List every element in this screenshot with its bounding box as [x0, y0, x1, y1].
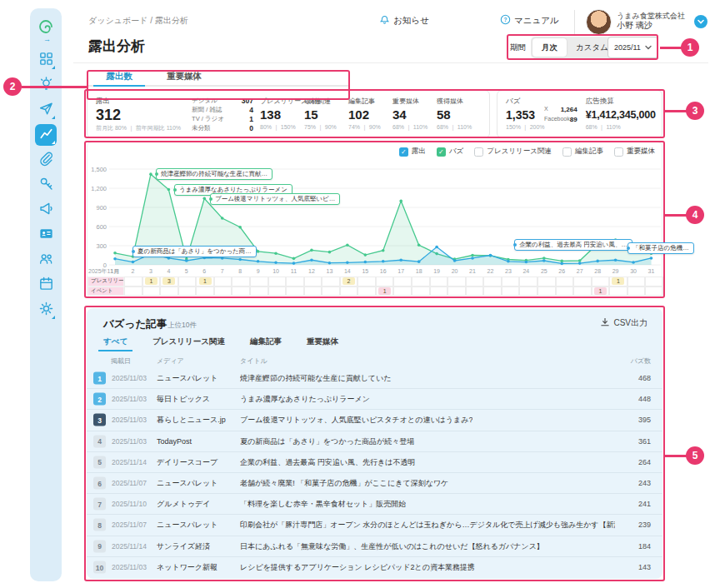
svg-text:4: 4 [167, 268, 170, 274]
svg-text:1,500: 1,500 [91, 166, 107, 173]
event-grid-cell [304, 287, 322, 296]
breakdown-row: TV / ラジオ1 [192, 115, 253, 123]
article-row[interactable]: 62025/11/07ニュースパレット老舗が続々廃業! 「和菓子店の危機」がここ… [87, 473, 662, 494]
event-count-badge: 1 [378, 287, 391, 295]
article-row[interactable]: 32025/11/03暮らしとニュース.jpブーム後退マリトッツォ、人気底堅いピ… [87, 410, 662, 431]
article-title: 日本にあふれる「無意味な労働」、生産性が低いのはこれのせいだ【怒れるガバナンス】 [240, 541, 544, 551]
sidebar-item-calendar[interactable] [35, 274, 57, 296]
svg-text:3: 3 [149, 268, 152, 274]
bulb-icon [38, 76, 54, 95]
buzz-tab-0[interactable]: すべて [103, 336, 128, 351]
sidebar-item-grid[interactable] [35, 49, 57, 71]
event-grid-cell [502, 287, 520, 296]
account-menu-chevron-icon[interactable] [694, 15, 708, 28]
column-header: バズ数 [631, 356, 651, 366]
legend-item[interactable]: ✓露出 [399, 147, 426, 157]
svg-text:28: 28 [594, 268, 601, 274]
month-select[interactable]: 2025/11 [608, 37, 658, 58]
legend-item[interactable]: プレスリリース関連 [474, 147, 552, 157]
article-date: 2025/11/03 [112, 395, 147, 403]
article-row[interactable]: 92025/11/14サンライズ経済日本にあふれる「無意味な労働」、生産性が低い… [87, 536, 662, 557]
sidebar-item-megaphone[interactable] [35, 199, 57, 221]
annotation-marker-1: 1 [681, 38, 699, 57]
legend-item[interactable]: 編集記事 [562, 147, 603, 157]
sidebar-item-paperclip[interactable] [35, 149, 57, 171]
line-chart-icon [38, 126, 54, 145]
legend-item[interactable]: 重要媒体 [614, 147, 655, 157]
annotation-line-4 [665, 214, 687, 217]
app-logo-swirl-icon[interactable] [38, 18, 54, 35]
user-avatar[interactable] [586, 9, 612, 35]
article-media: サンライズ経済 [157, 541, 210, 551]
question-circle-icon: ? [500, 14, 511, 27]
sidebar-item-people[interactable] [35, 249, 57, 271]
event-grid-cell [286, 287, 304, 296]
event-grid-cell [412, 277, 430, 287]
legend-item[interactable]: ✓バズ [437, 147, 463, 157]
buzz-tab-3[interactable]: 重要媒体 [307, 336, 338, 351]
article-row[interactable]: 22025/11/03毎日トピックスうまみ濃厚なあさりたっぷりラーメン448 [87, 389, 662, 410]
manual-button[interactable]: ? マニュアル [500, 14, 559, 27]
period-segment-control: 月次 カスタム [531, 37, 619, 58]
event-grid-cell [573, 277, 592, 287]
user-info: うまみ食堂株式会社 小野 璃沙 [617, 12, 685, 32]
event-grid-cell: 1 [376, 287, 394, 296]
sidebar-item-line-chart[interactable] [35, 124, 57, 146]
notifications-button[interactable]: お知らせ [379, 14, 429, 27]
sidebar-item-id-card[interactable] [35, 224, 57, 246]
rank-badge: 3 [93, 414, 106, 426]
event-grid-cell: 1 [196, 277, 214, 287]
svg-text:15: 15 [362, 268, 368, 274]
event-grid-cell [430, 277, 448, 287]
sidebar-item-key[interactable] [35, 174, 57, 196]
sidebar-collapse-arrow-icon[interactable]: → [43, 35, 51, 43]
buzz-tab-1[interactable]: プレスリリース関連 [152, 336, 225, 351]
header-rule [73, 62, 708, 63]
event-grid-cell [412, 287, 430, 296]
article-date: 2025/11/14 [112, 542, 147, 551]
app-canvas: → ダッシュボード / 露出分析 お知らせ ? マニュアル うまみ食堂株式会社 … [0, 0, 710, 588]
svg-text:8: 8 [238, 268, 242, 274]
sidebar-item-bulb[interactable] [35, 74, 57, 96]
csv-export-button[interactable]: CSV出力 [600, 317, 648, 329]
event-grid-cell [592, 277, 610, 287]
tab-exposure-count[interactable]: 露出数 [87, 68, 152, 85]
event-count-badge: 1 [145, 277, 158, 285]
sidebar-item-gear[interactable] [35, 299, 57, 321]
svg-text:5: 5 [185, 268, 188, 274]
header-divider [574, 10, 575, 34]
event-count-badge: 1 [612, 277, 624, 285]
article-row[interactable]: 12025/11/03ニュースパレット焼津産鰹節の持続可能な生産に貢献していた4… [87, 368, 662, 389]
article-title: レシピを提供するアプリケーション レシピパッド2との資本業務提携 [240, 562, 475, 573]
event-grid-cell: 3 [160, 277, 178, 287]
period-monthly-button[interactable]: 月次 [532, 38, 567, 57]
article-row[interactable]: 82025/11/07ニュースパレット印刷会社が「豚汁専門店」オープン 水分のほ… [87, 515, 662, 536]
svg-text:300: 300 [96, 242, 107, 250]
event-grid-cell [232, 287, 250, 296]
annotation-line-3 [665, 110, 687, 112]
svg-text:9: 9 [257, 268, 260, 274]
checkbox-checked-icon: ✓ [437, 147, 446, 157]
article-row[interactable]: 52025/11/14デイリースコープ企業の利益、過去最高 円安追い風、先行きは… [87, 452, 662, 473]
article-row[interactable]: 102025/11/03ネットワーク新報レシピを提供するアプリケーション レシピ… [87, 557, 662, 578]
stat-metric: 編集記事10274% ｜ 90% [348, 97, 392, 132]
breakdown-row: 新聞 / 雑誌4 [192, 106, 253, 114]
event-grid-cell [609, 287, 628, 296]
article-buzz-count: 448 [638, 395, 651, 403]
article-row[interactable]: 72025/11/10グルメトゥデイ「料理を楽しむ赤辛・黒辛食材セット」販売開始… [87, 494, 662, 515]
svg-text:7: 7 [221, 268, 224, 274]
buzz-table-header: 掲載日メディアタイトルバズ数 [87, 356, 662, 368]
checkbox-checked-icon: ✓ [399, 147, 408, 157]
svg-text:12: 12 [308, 268, 315, 274]
sidebar-item-paper-plane[interactable] [35, 99, 57, 121]
article-title: 企業の利益、過去最高 円安追い風、先行きは不透明 [240, 456, 415, 467]
buzz-tab-2[interactable]: 編集記事 [250, 336, 282, 351]
event-grid-cell [178, 287, 197, 296]
gear-icon [38, 301, 54, 320]
article-row[interactable]: 42025/11/03TodayPost夏の新商品は「あさり」をつかった商品が続… [87, 431, 662, 452]
article-media: ニュースパレット [157, 520, 218, 531]
tab-key-media[interactable]: 重要媒体 [152, 68, 217, 85]
svg-text:31: 31 [648, 268, 655, 274]
stat-exposure-breakdown: デジタル307新聞 / 雑誌4TV / ラジオ1未分類0 [192, 97, 253, 132]
sidebar: → [30, 8, 62, 581]
